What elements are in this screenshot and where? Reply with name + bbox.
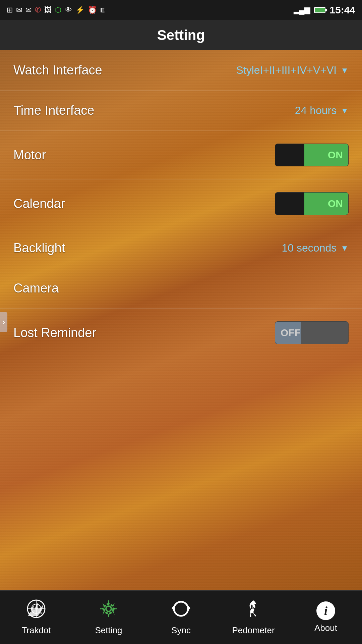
gear-icon: [99, 599, 118, 623]
nav-item-pedometer[interactable]: Pedometer: [217, 599, 290, 636]
nav-label-trakdot: Trakdot: [21, 625, 51, 636]
battery-icon: [314, 7, 325, 13]
motor-toggle-value: ON: [328, 149, 343, 161]
sync-icon: [171, 599, 191, 623]
watch-interface-label: Watch Interface: [13, 63, 102, 77]
time-interface-control[interactable]: 24 hours ▼: [295, 104, 349, 117]
nav-item-setting[interactable]: Setting: [72, 599, 145, 636]
missed-call-icon: ✆: [35, 6, 41, 14]
status-bar: ⊞ ✉ ✉ ✆ 🖼 ⬡ 👁 ⚡ ⏰ E ▂▄▆ 15:44: [0, 0, 362, 20]
camera-label: Camera: [13, 281, 59, 296]
time-interface-label: Time Interface: [13, 103, 94, 118]
backlight-control[interactable]: 10 seconds ▼: [282, 242, 349, 254]
e-indicator: E: [100, 6, 105, 14]
time-interface-value: 24 hours: [295, 104, 337, 117]
calendar-label: Calendar: [13, 197, 65, 211]
time-display: 15:44: [329, 4, 355, 16]
backlight-row[interactable]: Backlight 10 seconds ▼: [0, 228, 362, 268]
watch-interface-value: StyleI+II+III+IV+V+VI: [236, 64, 337, 76]
time-interface-arrow: ▼: [341, 106, 349, 115]
motor-control[interactable]: ON: [275, 144, 349, 166]
calendar-control[interactable]: ON: [275, 192, 349, 215]
watch-interface-arrow: ▼: [341, 66, 349, 75]
nav-item-about[interactable]: i About: [290, 601, 362, 633]
eye-icon: 👁: [65, 6, 72, 14]
email-icon: ✉: [16, 6, 22, 14]
bottom-nav: Trakdot Setting: [0, 590, 362, 644]
motor-row[interactable]: Motor ON: [0, 131, 362, 179]
green-app-icon: ⬡: [55, 6, 61, 14]
status-bar-left: ⊞ ✉ ✉ ✆ 🖼 ⬡ 👁 ⚡ ⏰ E: [7, 6, 105, 14]
pedometer-icon: [244, 599, 263, 623]
add-icon: ⊞: [7, 6, 13, 14]
info-icon: i: [316, 601, 335, 620]
calendar-row[interactable]: Calendar ON: [0, 179, 362, 228]
bluetooth-icon: ⚡: [75, 6, 84, 14]
trakdot-icon: [26, 599, 46, 623]
top-app-bar: Setting: [0, 20, 362, 50]
backlight-value: 10 seconds: [282, 242, 337, 254]
email2-icon: ✉: [25, 6, 32, 14]
time-interface-row[interactable]: Time Interface 24 hours ▼: [0, 91, 362, 131]
lost-reminder-toggle-value: OFF: [281, 327, 301, 338]
watch-interface-control[interactable]: StyleI+II+III+IV+V+VI ▼: [236, 64, 349, 76]
lost-reminder-row[interactable]: Lost Reminder OFF: [0, 309, 362, 357]
signal-icon: ▂▄▆: [294, 6, 310, 14]
motor-toggle[interactable]: ON: [275, 144, 349, 166]
image-icon: 🖼: [44, 6, 52, 14]
nav-label-pedometer: Pedometer: [232, 625, 275, 636]
watch-interface-row[interactable]: Watch Interface StyleI+II+III+IV+V+VI ▼: [0, 50, 362, 91]
page-title: Setting: [157, 27, 205, 43]
alarm-icon: ⏰: [88, 6, 97, 14]
svg-marker-6: [188, 605, 190, 611]
svg-marker-7: [172, 605, 174, 611]
svg-point-4: [106, 606, 111, 611]
nav-item-trakdot[interactable]: Trakdot: [0, 599, 72, 636]
camera-row[interactable]: Camera: [0, 268, 362, 309]
calendar-toggle[interactable]: ON: [275, 192, 349, 215]
settings-content: › Watch Interface StyleI+II+III+IV+V+VI …: [0, 50, 362, 594]
motor-label: Motor: [13, 148, 46, 162]
status-bar-right: ▂▄▆ 15:44: [294, 4, 355, 16]
nav-label-setting: Setting: [95, 625, 122, 636]
nav-item-sync[interactable]: Sync: [145, 599, 217, 636]
backlight-label: Backlight: [13, 241, 65, 255]
nav-label-about: About: [314, 623, 337, 633]
lost-reminder-toggle[interactable]: OFF: [275, 321, 349, 344]
calendar-toggle-value: ON: [328, 198, 343, 209]
backlight-arrow: ▼: [341, 244, 349, 253]
nav-label-sync: Sync: [171, 625, 191, 636]
lost-reminder-label: Lost Reminder: [13, 326, 96, 340]
lost-reminder-control[interactable]: OFF: [275, 321, 349, 344]
